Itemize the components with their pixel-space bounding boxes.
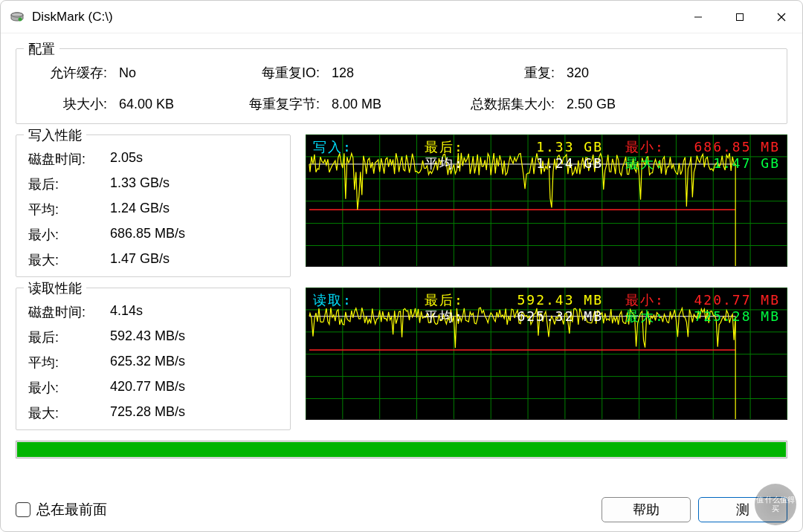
io-per-repeat-label: 每重复IO: (229, 64, 326, 82)
write-max-label: 最大: (28, 251, 110, 269)
write-graph: 写入: 最后: 1.33 GB 最小: 686.85 MB 平均: 1.24 G… (306, 134, 787, 267)
read-avg-value: 625.32 MB/s (110, 354, 278, 372)
write-graph-max-label: 最大: (625, 155, 685, 172)
write-perf-legend: 写入性能 (24, 126, 86, 144)
io-per-repeat-value: 128 (332, 65, 421, 81)
write-avg-value: 1.24 GB/s (110, 201, 278, 218)
read-graph-max-value: 725.28 MB (685, 308, 780, 325)
read-graph-min-label: 最小: (625, 292, 685, 308)
read-perf-legend: 读取性能 (24, 279, 86, 297)
write-last-label: 最后: (28, 175, 110, 193)
read-graph-avg-label: 平均: (425, 308, 477, 325)
read-disk-time-value: 4.14s (110, 303, 278, 321)
write-avg-label: 平均: (28, 201, 110, 218)
write-graph-last-value: 1.33 GB (477, 139, 603, 155)
allow-cache-label: 允许缓存: (31, 64, 113, 82)
test-button[interactable]: 测 (698, 497, 787, 522)
write-disk-time-label: 磁盘时间: (28, 150, 110, 168)
titlebar: DiskMark (C:\) (1, 1, 802, 33)
read-last-value: 592.43 MB/s (110, 328, 278, 346)
read-last-label: 最后: (28, 328, 110, 346)
write-min-label: 最小: (28, 226, 110, 244)
block-size-label: 块大小: (31, 95, 113, 113)
write-graph-title: 写入: (313, 139, 425, 155)
app-icon (10, 10, 25, 25)
read-min-label: 最小: (28, 379, 110, 397)
read-graph-title: 读取: (313, 292, 425, 308)
read-max-label: 最大: (28, 404, 110, 422)
write-perf-group: 写入性能 磁盘时间: 2.05s 最后: 1.33 GB/s 平均: 1.24 … (16, 134, 291, 277)
read-max-value: 725.28 MB/s (110, 404, 278, 422)
bytes-per-repeat-label: 每重复字节: (229, 95, 326, 113)
repeat-label: 重复: (427, 64, 561, 82)
read-avg-label: 平均: (28, 354, 110, 372)
write-graph-max-value: 1.47 GB (685, 155, 780, 172)
svg-point-2 (19, 17, 22, 21)
write-graph-last-label: 最后: (425, 139, 477, 155)
always-on-top-label: 总在最前面 (36, 500, 107, 519)
write-min-value: 686.85 MB/s (110, 226, 278, 244)
help-button[interactable]: 帮助 (602, 497, 691, 522)
bytes-per-repeat-value: 8.00 MB (332, 97, 421, 112)
write-max-value: 1.47 GB/s (110, 251, 278, 269)
maximize-button[interactable] (719, 1, 761, 33)
dataset-size-value: 2.50 GB (567, 97, 648, 112)
write-graph-min-label: 最小: (625, 139, 685, 155)
read-perf-group: 读取性能 磁盘时间: 4.14s 最后: 592.43 MB/s 平均: 625… (16, 288, 291, 430)
window-controls (677, 1, 802, 33)
read-graph: 读取: 最后: 592.43 MB 最小: 420.77 MB 平均: 625.… (306, 288, 787, 420)
progress-bar (16, 441, 787, 458)
write-disk-time-value: 2.05s (110, 150, 278, 168)
config-legend: 配置 (24, 40, 59, 58)
repeat-value: 320 (567, 65, 648, 81)
write-graph-avg-value: 1.24 GB (477, 155, 603, 172)
always-on-top-checkbox[interactable]: 总在最前面 (16, 500, 107, 519)
block-size-value: 64.00 KB (119, 97, 223, 112)
read-min-value: 420.77 MB/s (110, 379, 278, 397)
write-graph-avg-label: 平均: (425, 155, 477, 172)
read-graph-avg-value: 625.32 MB (477, 308, 603, 325)
read-graph-last-value: 592.43 MB (477, 292, 603, 308)
dataset-size-label: 总数据集大小: (427, 95, 561, 113)
write-last-value: 1.33 GB/s (110, 175, 278, 193)
minimize-button[interactable] (677, 1, 719, 33)
read-graph-last-label: 最后: (425, 292, 477, 308)
svg-rect-4 (737, 13, 744, 20)
read-graph-max-label: 最大: (625, 308, 685, 325)
window-title: DiskMark (C:\) (32, 10, 113, 25)
config-group: 配置 允许缓存: No 每重复IO: 128 重复: 320 块大小: 64.0… (16, 48, 787, 124)
close-button[interactable] (761, 1, 802, 33)
allow-cache-value: No (119, 65, 223, 81)
checkbox-icon (16, 502, 30, 517)
write-graph-min-value: 686.85 MB (685, 139, 780, 155)
read-disk-time-label: 磁盘时间: (28, 303, 110, 321)
read-graph-min-value: 420.77 MB (685, 292, 780, 308)
progress-fill (17, 442, 786, 457)
